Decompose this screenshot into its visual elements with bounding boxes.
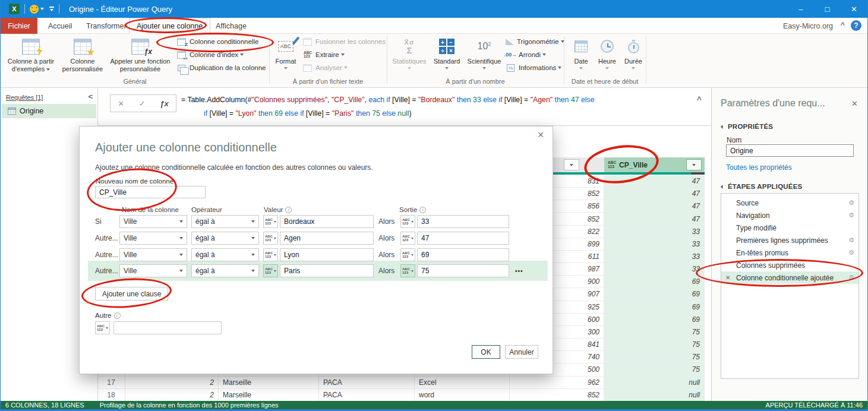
tab-ajouter-une-colonne[interactable]: Ajouter une colonne — [129, 18, 210, 34]
operator-select[interactable]: égal à — [191, 215, 259, 228]
properties-section-header[interactable]: PROPRIÉTÉS — [721, 123, 773, 130]
step-settings-gear-icon[interactable]: ⚙ — [848, 249, 854, 257]
ribbon-colonne-a-partir-d-exemples[interactable]: Colonne à partir d'exemples — [4, 35, 58, 84]
output-input[interactable] — [417, 248, 509, 261]
output-input[interactable] — [417, 232, 509, 245]
applied-step-item[interactable]: Source⚙ — [721, 197, 858, 209]
column-filter-button[interactable] — [686, 159, 702, 170]
ribbon-colonne-conditionnelle[interactable]: ≠ Colonne conditionnelle — [176, 35, 270, 48]
ribbon-format[interactable]: ABC Format — [272, 35, 300, 84]
output-type-select[interactable]: ABC123 — [400, 248, 415, 261]
table-icon — [8, 108, 16, 115]
ribbon-scientifique[interactable]: 102 Scientifique — [465, 35, 503, 84]
applied-step-item[interactable]: ✕Colonne conditionnelle ajoutée⚙ — [721, 271, 858, 284]
column-select[interactable]: Ville — [119, 248, 187, 261]
fx-icon[interactable]: ƒx — [160, 99, 168, 108]
maximize-button[interactable]: □ — [814, 0, 841, 18]
feedback-smiley-icon[interactable] — [30, 5, 39, 14]
value-input[interactable] — [280, 264, 374, 277]
ribbon-statistiques[interactable]: X̄σΣ Statistiques — [390, 35, 428, 84]
clause-row-1: Si Ville égal à ABC123 Alors ABC123 — [95, 214, 509, 229]
close-button[interactable]: ✕ — [841, 0, 867, 18]
ribbon-arrondi[interactable]: .00→ Arrondi — [506, 48, 564, 61]
value-type-select[interactable]: ABC123 — [263, 232, 278, 245]
ribbon-extraire[interactable]: ABC123 Extraire — [302, 48, 386, 61]
ribbon-colonne-personnalisee[interactable]: Colonne personnalisée — [60, 35, 105, 84]
status-profiling[interactable]: Profilage de la colonne en fonction des … — [100, 401, 279, 409]
column-select[interactable]: Ville — [119, 215, 187, 228]
step-settings-gear-icon[interactable]: ⚙ — [848, 236, 854, 244]
ribbon-colonne-index[interactable]: ₁₃ Colonne d'index — [176, 48, 270, 61]
formula-check-icon[interactable]: ✓ — [139, 99, 146, 108]
add-clause-button[interactable]: Ajouter une clause — [95, 287, 168, 301]
ribbon-heure[interactable]: Heure — [595, 35, 620, 84]
applied-step-item[interactable]: Navigation⚙ — [721, 209, 858, 222]
name-label: Nom — [727, 136, 741, 144]
format-abc-icon: ABC — [278, 41, 293, 52]
applied-step-item[interactable]: Colonnes supprimées — [721, 259, 858, 271]
value-input[interactable] — [280, 215, 374, 228]
value-input[interactable] — [280, 248, 374, 261]
ribbon-trigonometrie[interactable]: Trigonométrie — [506, 35, 564, 48]
new-column-name-input[interactable] — [95, 186, 206, 198]
operator-select[interactable]: égal à — [191, 264, 259, 277]
collapse-ribbon-icon[interactable]: ^ — [840, 20, 845, 29]
value-type-select[interactable]: ABC123 — [263, 215, 278, 228]
applied-step-item[interactable]: En-têtes promus⚙ — [721, 246, 858, 259]
ribbon-duplication-colonne[interactable]: Duplication de la colonne — [176, 61, 270, 74]
smiley-dropdown-caret-icon[interactable] — [40, 8, 44, 10]
row-more-options-icon[interactable]: ••• — [515, 268, 523, 274]
collapse-queries-pane-icon[interactable]: < — [88, 92, 93, 101]
formula-cancel-icon[interactable]: ✕ — [118, 99, 124, 108]
column-filter-button[interactable] — [564, 159, 579, 170]
dialog-close-icon[interactable]: ✕ — [537, 130, 544, 140]
value-input[interactable] — [280, 232, 374, 245]
ok-button[interactable]: OK — [472, 345, 500, 359]
output-input[interactable] — [417, 215, 509, 228]
applied-step-item[interactable]: Premières lignes supprimées⚙ — [721, 234, 858, 246]
column-select[interactable]: Ville — [119, 232, 187, 245]
operator-select[interactable]: égal à — [191, 248, 259, 261]
ribbon-duree[interactable]: Durée — [621, 35, 646, 84]
minimize-button[interactable]: – — [787, 0, 814, 18]
step-settings-gear-icon[interactable]: ⚙ — [848, 211, 854, 219]
collapse-formula-icon[interactable]: ^ — [697, 95, 702, 105]
value-type-select[interactable]: ABC123 — [263, 264, 278, 277]
formula-input[interactable]: = Table.AddColumn(#"Colonnes supprimées"… — [181, 93, 686, 121]
value-type-select[interactable]: ABC123 — [263, 248, 278, 261]
button-label: Heure — [598, 58, 616, 65]
applied-steps-section-header[interactable]: ÉTAPES APPLIQUÉES — [721, 183, 802, 190]
applied-step-item[interactable]: Type modifié — [721, 222, 858, 234]
ribbon-date[interactable]: Date — [569, 35, 594, 84]
operator-select[interactable]: égal à — [191, 232, 259, 245]
output-type-select[interactable]: ABC123 — [400, 215, 415, 228]
ribbon-standard[interactable]: +−÷× Standard — [430, 35, 464, 84]
column-header-cp-ville[interactable]: ABC123 CP_Ville — [604, 157, 705, 172]
output-type-select[interactable]: ABC123 — [400, 264, 415, 277]
ribbon-appeler-fonction-personnalisee[interactable]: ƒx Appeler une fonction personnalisée — [106, 35, 174, 84]
help-button[interactable]: ? — [851, 20, 861, 31]
step-settings-gear-icon[interactable]: ⚙ — [848, 274, 854, 282]
output-input[interactable] — [417, 264, 509, 277]
ribbon-informations[interactable]: ⅓ Informations — [506, 61, 564, 74]
query-item-origine[interactable]: Origine — [2, 104, 96, 118]
tab-fichier[interactable]: Fichier — [1, 18, 37, 34]
ribbon-fusionner-les-colonnes[interactable]: Fusionner les colonnes — [302, 35, 386, 48]
clause-keyword: Autre... — [95, 234, 119, 242]
table-cell-cp: 33 — [604, 226, 705, 238]
cancel-button[interactable]: Annuler — [505, 345, 538, 359]
tab-accueil[interactable]: Accueil — [41, 18, 79, 34]
else-value-input[interactable] — [113, 321, 222, 334]
query-name-input[interactable] — [726, 144, 854, 157]
delete-step-icon[interactable]: ✕ — [725, 274, 730, 281]
else-type-select[interactable]: ABC123 — [95, 321, 110, 334]
step-settings-gear-icon[interactable]: ⚙ — [848, 199, 854, 207]
output-type-select[interactable]: ABC123 — [400, 232, 415, 245]
tab-affichage[interactable]: Affichage — [209, 18, 254, 34]
column-select[interactable]: Ville — [119, 264, 187, 277]
quick-access-toolbar-customize[interactable] — [49, 7, 54, 11]
tab-transformer[interactable]: Transformer — [79, 18, 134, 34]
settings-close-icon[interactable]: ✕ — [851, 99, 858, 108]
all-properties-link[interactable]: Toutes les propriétés — [726, 163, 792, 172]
ribbon-analyser[interactable]: Analyser — [302, 61, 386, 74]
